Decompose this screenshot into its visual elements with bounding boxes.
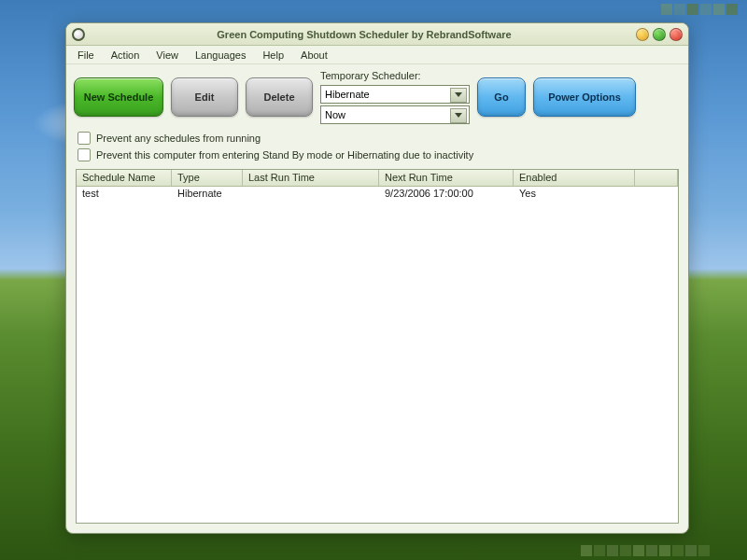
menu-help[interactable]: Help <box>255 48 291 63</box>
menu-about[interactable]: About <box>293 48 335 63</box>
go-button[interactable]: Go <box>477 77 526 117</box>
menu-action[interactable]: Action <box>104 48 148 63</box>
th-last-run[interactable]: Last Run Time <box>243 170 379 186</box>
temp-action-combo[interactable]: Hibernate <box>320 85 470 104</box>
new-schedule-button[interactable]: New Schedule <box>74 77 163 117</box>
prevent-standby-row: Prevent this computer from entering Stan… <box>66 147 688 163</box>
cell-type: Hibernate <box>172 187 243 202</box>
temp-when-combo[interactable]: Now <box>320 105 470 124</box>
power-options-button[interactable]: Power Options <box>533 77 636 117</box>
window-controls <box>636 28 683 41</box>
schedules-table: Schedule Name Type Last Run Time Next Ru… <box>76 169 679 524</box>
edit-button[interactable]: Edit <box>171 77 238 117</box>
prevent-schedules-row: Prevent any schedules from running <box>66 130 688 147</box>
temporary-scheduler-group: Temporary Scheduler: Hibernate Now <box>320 70 470 124</box>
temp-when-value: Now <box>325 109 345 120</box>
th-enabled[interactable]: Enabled <box>514 170 635 186</box>
th-spacer <box>635 170 678 186</box>
chevron-down-icon <box>455 92 462 97</box>
maximize-button[interactable] <box>653 28 666 41</box>
cell-enabled: Yes <box>514 187 635 202</box>
decoration-bottom <box>581 545 710 556</box>
decoration-top <box>661 4 738 15</box>
cell-next: 9/23/2006 17:00:00 <box>379 187 514 202</box>
minimize-button[interactable] <box>636 28 649 41</box>
close-button[interactable] <box>669 28 683 41</box>
app-icon <box>72 28 85 41</box>
window-title: Green Computing Shutdown Scheduler by Re… <box>92 29 636 40</box>
toolbar: New Schedule Edit Delete Temporary Sched… <box>66 64 688 130</box>
table-body[interactable]: test Hibernate 9/23/2006 17:00:00 Yes <box>77 187 678 523</box>
menu-view[interactable]: View <box>148 48 186 63</box>
temp-action-value: Hibernate <box>325 89 370 100</box>
table-row[interactable]: test Hibernate 9/23/2006 17:00:00 Yes <box>77 187 678 202</box>
th-schedule-name[interactable]: Schedule Name <box>77 170 172 186</box>
menu-file[interactable]: File <box>70 48 102 63</box>
menubar: File Action View Languages Help About <box>66 46 688 64</box>
th-next-run[interactable]: Next Run Time <box>379 170 514 186</box>
temp-scheduler-label: Temporary Scheduler: <box>320 70 470 81</box>
menu-languages[interactable]: Languages <box>188 48 253 63</box>
cell-name: test <box>77 187 172 202</box>
prevent-standby-label: Prevent this computer from entering Stan… <box>96 149 473 161</box>
cell-last <box>243 187 379 202</box>
delete-button[interactable]: Delete <box>246 77 313 117</box>
titlebar[interactable]: Green Computing Shutdown Scheduler by Re… <box>66 23 688 46</box>
chevron-down-icon <box>455 113 462 118</box>
th-type[interactable]: Type <box>172 170 243 186</box>
prevent-schedules-label: Prevent any schedules from running <box>96 133 261 144</box>
prevent-standby-checkbox[interactable] <box>78 148 91 161</box>
table-header: Schedule Name Type Last Run Time Next Ru… <box>77 170 678 187</box>
app-window: Green Computing Shutdown Scheduler by Re… <box>65 22 689 534</box>
prevent-schedules-checkbox[interactable] <box>78 132 91 145</box>
